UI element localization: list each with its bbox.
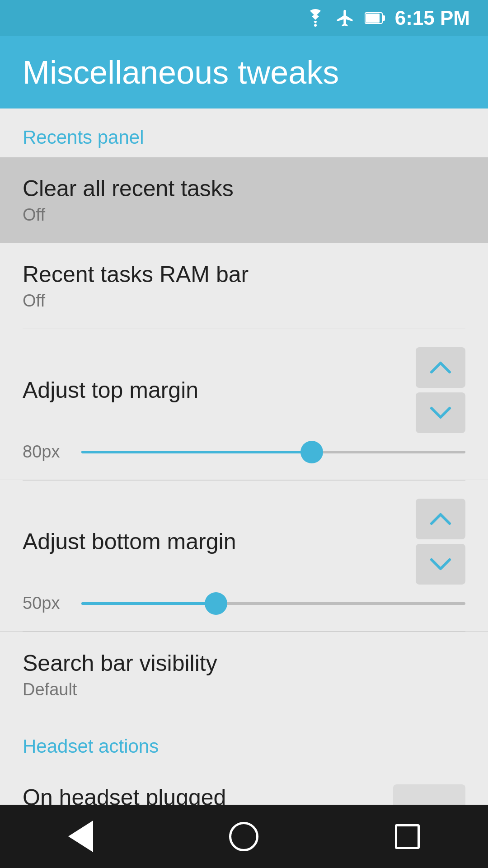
section-header-headset: Headset actions	[0, 717, 488, 766]
navigation-bar	[0, 805, 488, 868]
battery-icon	[364, 9, 386, 27]
recent-tasks-ram-bar-item[interactable]: Recent tasks RAM bar Off	[0, 243, 488, 329]
clear-all-recent-tasks-item[interactable]: Clear all recent tasks Off	[0, 157, 488, 243]
svg-point-0	[314, 24, 317, 27]
search-bar-visibility-title: Search bar visibility	[23, 650, 465, 676]
bottom-margin-slider-row: 50px	[23, 594, 465, 613]
status-time: 6:15 PM	[395, 7, 470, 29]
top-margin-value: 80px	[23, 442, 68, 462]
top-margin-down-button[interactable]	[416, 392, 465, 433]
top-margin-up-button[interactable]	[416, 347, 465, 388]
app-bar: Miscellaneous tweaks	[0, 36, 488, 108]
on-headset-plugged-item[interactable]: On headset plugged (None)	[0, 766, 488, 805]
status-icons: 6:15 PM	[305, 7, 470, 29]
status-bar: 6:15 PM	[0, 0, 488, 36]
bottom-margin-label-row: Adjust bottom margin	[23, 499, 465, 585]
top-margin-thumb	[300, 441, 323, 463]
adjust-top-margin-item: Adjust top margin 80px	[0, 329, 488, 480]
top-margin-slider-row: 80px	[23, 442, 465, 462]
page-title: Miscellaneous tweaks	[23, 54, 339, 91]
bottom-margin-value: 50px	[23, 594, 68, 613]
section-header-recents: Recents panel	[0, 108, 488, 157]
top-margin-track-bg	[81, 451, 465, 453]
chevron-up-icon-2	[427, 510, 454, 528]
search-bar-visibility-item[interactable]: Search bar visibility Default	[0, 632, 488, 717]
bottom-margin-track[interactable]	[81, 601, 465, 606]
top-margin-track[interactable]	[81, 450, 465, 454]
recent-tasks-ram-bar-subtitle: Off	[23, 291, 465, 311]
headset-row: On headset plugged (None)	[23, 784, 465, 805]
back-button[interactable]	[68, 821, 93, 852]
svg-rect-3	[382, 15, 385, 21]
top-margin-label-row: Adjust top margin	[23, 347, 465, 433]
chevron-up-icon	[427, 359, 454, 377]
bottom-margin-chevrons	[416, 499, 465, 585]
recent-button[interactable]	[395, 824, 420, 849]
on-headset-plugged-title: On headset plugged	[23, 784, 393, 805]
bottom-margin-up-button[interactable]	[416, 499, 465, 539]
bottom-margin-thumb	[205, 592, 227, 615]
adjust-bottom-margin-item: Adjust bottom margin 50px	[0, 481, 488, 632]
airplane-icon	[335, 8, 355, 28]
headset-text: On headset plugged (None)	[23, 784, 393, 805]
recent-tasks-ram-bar-title: Recent tasks RAM bar	[23, 261, 465, 288]
chevron-down-icon-2	[427, 555, 454, 573]
bottom-margin-track-bg	[81, 602, 465, 605]
home-button[interactable]	[229, 822, 258, 851]
top-margin-label: Adjust top margin	[23, 377, 402, 403]
headset-overlay	[393, 784, 465, 805]
bottom-margin-fill	[81, 602, 216, 605]
bottom-margin-down-button[interactable]	[416, 544, 465, 585]
bottom-margin-label: Adjust bottom margin	[23, 528, 402, 555]
content-area: Recents panel Clear all recent tasks Off…	[0, 108, 488, 805]
clear-all-recent-tasks-subtitle: Off	[23, 205, 465, 225]
wifi-icon	[305, 9, 326, 27]
svg-rect-2	[366, 14, 380, 23]
top-margin-fill	[81, 451, 312, 453]
top-margin-chevrons	[416, 347, 465, 433]
clear-all-recent-tasks-title: Clear all recent tasks	[23, 175, 465, 202]
chevron-down-icon	[427, 404, 454, 422]
search-bar-visibility-subtitle: Default	[23, 680, 465, 699]
